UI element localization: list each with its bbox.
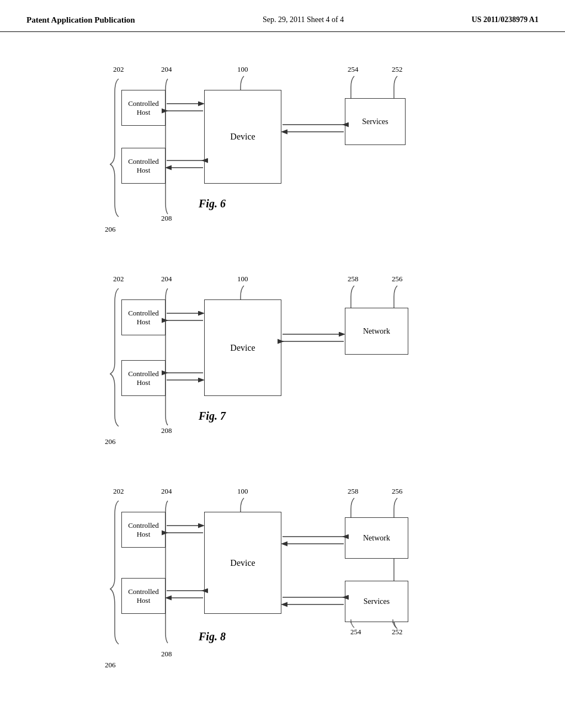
fig7-bracket-204 (33, 269, 199, 479)
fig8-network-box: Network (345, 517, 408, 559)
fig7-host2-box: Controlled Host (121, 360, 166, 396)
fig8-arrows (33, 481, 530, 713)
fig8-ref-208: 208 (161, 650, 172, 659)
fig8-ref-100: 100 (237, 487, 248, 496)
fig8-device-box: Device (204, 512, 281, 614)
fig8-ref-252: 252 (392, 628, 403, 636)
fig6-host2-box: Controlled Host (121, 148, 166, 184)
fig7-ref-258: 258 (348, 275, 359, 283)
fig6-ref-252: 252 (392, 65, 403, 74)
fig6-ref-206: 206 (105, 225, 116, 234)
fig8-services-box: Services (345, 581, 408, 622)
fig7-diagram: 202 204 100 258 256 Controlled Host Cont… (33, 269, 532, 479)
fig6-diagram: 202 204 100 254 252 Controlled Host Cont… (33, 60, 532, 264)
fig8-ref-258: 258 (348, 487, 359, 496)
fig7-ref-206: 206 (105, 437, 116, 446)
fig7-ref-204: 204 (161, 275, 172, 283)
fig8-ref-206: 206 (105, 661, 116, 670)
header-publication-type: Patent Application Publication (26, 15, 135, 25)
fig7-arrows (33, 269, 530, 479)
fig6-device-box: Device (204, 90, 281, 184)
fig6-host1-box: Controlled Host (121, 90, 166, 126)
fig7-network-box: Network (345, 308, 408, 355)
fig7-ref-208: 208 (161, 426, 172, 435)
header-date-sheet: Sep. 29, 2011 Sheet 4 of 4 (263, 15, 344, 24)
header-patent-number: US 2011/0238979 A1 (472, 15, 539, 24)
fig6-ref-208: 208 (161, 214, 172, 223)
fig7-ref-202: 202 (113, 275, 124, 283)
fig8-ref-256: 256 (392, 487, 403, 496)
fig8-label: Fig. 8 (199, 630, 226, 643)
main-content: 202 204 100 254 252 Controlled Host Cont… (0, 32, 565, 724)
fig7-device-box: Device (204, 299, 281, 396)
fig8-ref-202: 202 (113, 487, 124, 496)
fig6-label: Fig. 6 (199, 197, 226, 210)
fig6-ref-100: 100 (237, 65, 248, 74)
fig8-bracket-204 (33, 481, 199, 713)
fig7-ref-100: 100 (237, 275, 248, 283)
fig8-ref-254: 254 (350, 628, 361, 636)
fig6-ref-202: 202 (113, 65, 124, 74)
page-header: Patent Application Publication Sep. 29, … (0, 0, 565, 32)
fig6-services-box: Services (345, 98, 406, 145)
fig7-host1-box: Controlled Host (121, 299, 166, 335)
fig8-host2-box: Controlled Host (121, 578, 166, 614)
fig8-diagram: 202 204 100 258 256 Controlled Host Cont… (33, 481, 532, 713)
fig7-label: Fig. 7 (199, 410, 226, 422)
fig6-ref-204: 204 (161, 65, 172, 74)
fig8-ref-204: 204 (161, 487, 172, 496)
fig8-host1-box: Controlled Host (121, 512, 166, 548)
fig6-bracket-204 (33, 60, 199, 264)
fig6-ref-254: 254 (348, 65, 359, 74)
fig7-ref-256: 256 (392, 275, 403, 283)
